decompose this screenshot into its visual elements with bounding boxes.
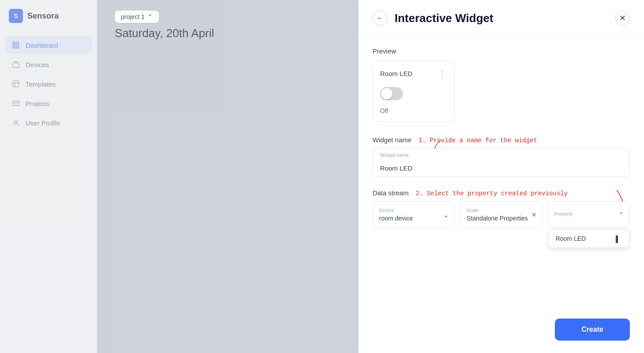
projects-icon [11, 99, 20, 108]
dashboard-icon [11, 41, 20, 49]
data-stream-selectors: Device room device ⌄ Node Standalone Pro… [373, 201, 630, 228]
close-button[interactable]: ✕ [615, 11, 630, 26]
device-value: room device [379, 215, 448, 222]
panel-body: Preview Room LED ⋮ Off Widget name 1. Pr… [358, 35, 644, 310]
data-stream-label: Data stream [373, 189, 409, 197]
property-option-room-led[interactable]: Room LED ▌ [549, 230, 629, 247]
node-select[interactable]: Node Standalone Properties ✕ [460, 201, 542, 228]
back-button[interactable]: ← [373, 11, 388, 26]
sidebar-label-devices: Devices [26, 61, 49, 68]
sidebar-label-user-profile: User Profile [26, 119, 60, 127]
widget-name-section: Widget name 1. Provide a name for the wi… [373, 136, 630, 177]
back-arrow-icon: ← [377, 14, 384, 22]
sidebar-label-templates: Templates [26, 80, 56, 88]
annotation-2-text: 2. Select the property created previousl… [416, 190, 568, 197]
project-name: project 1 [121, 13, 145, 20]
node-value: Standalone Properties [467, 215, 535, 222]
sidebar: S Sensora Dashboard Devices Tem [0, 0, 97, 353]
widget-card-title: Room LED [380, 70, 412, 77]
widget-menu-icon[interactable]: ⋮ [438, 68, 447, 78]
property-select[interactable]: Property ⌃ Room LED ▌ [548, 201, 630, 228]
sidebar-item-devices[interactable]: Devices [5, 56, 92, 73]
user-icon [11, 118, 20, 127]
toggle-switch[interactable] [380, 87, 403, 100]
svg-rect-4 [13, 63, 19, 68]
node-x-icon: ✕ [531, 211, 537, 218]
sidebar-label-dashboard: Dashboard [26, 42, 58, 49]
cursor-icon: ▌ [616, 235, 622, 242]
svg-rect-0 [13, 42, 15, 44]
sidebar-nav: Dashboard Devices Templates Projects [0, 36, 97, 132]
device-chevron-icon: ⌄ [443, 211, 449, 219]
interactive-widget-panel: ← Interactive Widget ✕ Preview Room LED … [358, 0, 644, 353]
svg-rect-2 [13, 46, 15, 48]
widget-name-input-box[interactable]: Widget name Room LED [373, 148, 630, 177]
device-label: Device [379, 208, 448, 213]
sidebar-item-projects[interactable]: Projects [5, 95, 92, 112]
device-select[interactable]: Device room device ⌄ [373, 201, 455, 228]
svg-rect-5 [13, 81, 19, 87]
svg-rect-1 [17, 42, 19, 44]
toggle-container [380, 87, 447, 100]
preview-widget: Room LED ⋮ Off [373, 61, 454, 122]
widget-status: Off [380, 107, 447, 114]
project-selector[interactable]: project 1 ⌃ [115, 11, 159, 23]
project-chevron-icon: ⌃ [147, 13, 153, 20]
logo-icon: S [9, 9, 23, 23]
sidebar-item-dashboard[interactable]: Dashboard [5, 36, 92, 54]
background-panel: S Sensora Dashboard Devices Tem [0, 0, 358, 353]
widget-name-placeholder: Widget name [380, 152, 409, 158]
toggle-thumb [381, 88, 392, 99]
templates-icon [11, 80, 20, 88]
close-icon: ✕ [619, 13, 626, 23]
page-date: Saturday, 20th April [115, 27, 214, 40]
widget-card-header: Room LED ⋮ [380, 68, 447, 78]
property-dropdown: Room LED ▌ [548, 229, 629, 248]
sidebar-item-templates[interactable]: Templates [5, 75, 92, 93]
app-name: Sensora [27, 11, 59, 21]
widget-name-value: Room LED [380, 164, 412, 172]
data-stream-section: Data stream 2. Select the property creat… [373, 189, 630, 228]
property-label: Property [554, 211, 623, 216]
panel-footer: Create [358, 310, 644, 353]
devices-icon [11, 60, 20, 69]
create-button[interactable]: Create [555, 319, 630, 341]
sidebar-item-user-profile[interactable]: User Profile [5, 114, 92, 132]
property-chevron-up-icon: ⌃ [618, 211, 624, 219]
panel-header: ← Interactive Widget ✕ [358, 0, 644, 35]
svg-rect-3 [17, 46, 19, 48]
panel-title: Interactive Widget [395, 11, 608, 25]
svg-point-8 [15, 120, 17, 123]
node-label: Node [467, 208, 535, 213]
sidebar-label-projects: Projects [26, 100, 49, 107]
widget-name-label: Widget name [373, 136, 411, 144]
preview-label: Preview [373, 47, 630, 55]
sidebar-logo: S Sensora [0, 9, 97, 36]
